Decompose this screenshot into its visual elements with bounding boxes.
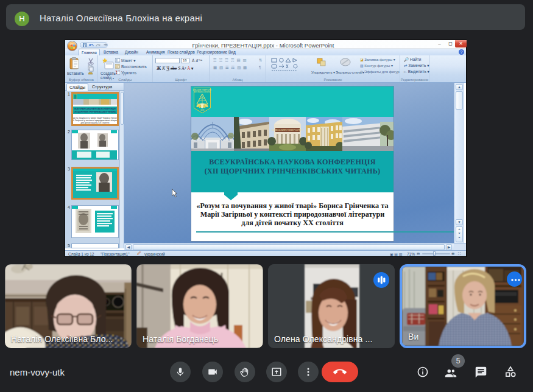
svg-text:ВСЕУКРАЇНСЬКА НАУКОВА КОНФЕРЕН: ВСЕУКРАЇНСЬКА НАУКОВА КОНФЕРЕНЦІЯ: [74, 108, 116, 110]
svg-text:імені Бориса Грінченка: імені Бориса Грінченка: [194, 91, 211, 93]
svg-text:для дітей початку ХХ століття: для дітей початку ХХ століття: [81, 122, 110, 124]
svg-text:КИЇВСЬКИЙ УНІВЕРСИТЕТ: КИЇВСЬКИЙ УНІВЕРСИТЕТ: [272, 128, 303, 131]
svg-text:(ХІІ ЩОРІЧНИХ ГРІНЧЕНКІВСЬКИХ: (ХІІ ЩОРІЧНИХ ГРІНЧЕНКІВСЬКИХ ЧИТАНЬ): [74, 111, 116, 113]
svg-text:1874: 1874: [200, 109, 205, 111]
